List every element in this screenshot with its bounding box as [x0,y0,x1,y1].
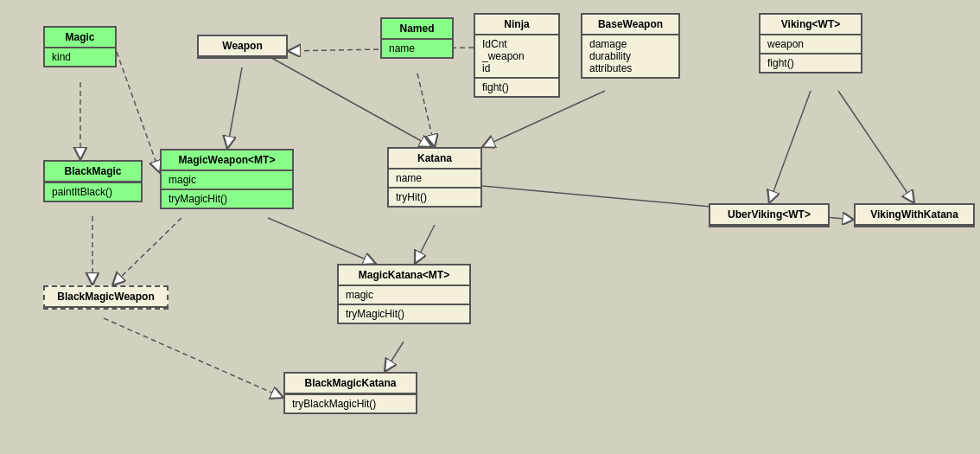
class-magicweapon: MagicWeapon<MT> magic tryMagicHit() [160,149,294,209]
class-magickatana-header: MagicKatana<MT> [339,265,469,286]
uml-diagram: Magic kind Weapon Named name Ninja IdCnt… [0,0,980,454]
class-blackmagickatana: BlackMagicKatana tryBlackMagicHit() [283,372,417,414]
class-ninja-attrs: IdCnt_weaponid [475,35,558,78]
svg-line-5 [769,91,811,203]
class-weapon-header: Weapon [199,36,286,57]
class-named-header: Named [382,19,452,40]
class-baseweapon-header: BaseWeapon [582,15,678,35]
class-magic: Magic kind [43,26,117,67]
svg-line-6 [838,91,914,203]
class-ninja-header: Ninja [475,15,558,35]
class-katana-header: Katana [389,149,480,169]
class-blackmagic-methods: paintItBlack() [45,182,141,201]
svg-line-11 [104,318,283,398]
svg-line-2 [259,51,432,147]
class-blackmagickatana-methods: tryBlackMagicHit() [285,394,416,412]
class-katana-attrs: name [389,169,480,188]
class-uberviking: UberViking<WT> [709,203,830,227]
class-viking-methods: fight() [760,54,861,72]
class-named: Named name [380,17,454,59]
svg-line-4 [482,91,605,147]
class-magickatana-attrs: magic [339,286,469,304]
class-blackmagic: BlackMagic paintItBlack() [43,160,143,202]
class-weapon: Weapon [197,35,288,59]
class-baseweapon-attrs: damagedurabilityattributes [582,35,678,77]
class-magic-header: Magic [45,28,115,48]
class-viking: Viking<WT> weapon fight() [759,13,862,74]
class-blackmagicweapon: BlackMagicWeapon [43,285,169,310]
svg-line-15 [117,52,160,173]
class-magic-attrs: kind [45,48,115,66]
class-blackmagic-header: BlackMagic [45,162,141,182]
class-vikingwithkatana-header: VikingWithKatana [856,205,973,226]
svg-line-10 [385,342,404,372]
svg-line-9 [415,225,435,264]
class-blackmagickatana-header: BlackMagicKatana [285,374,416,394]
svg-line-3 [417,74,435,147]
class-viking-header: Viking<WT> [760,15,861,35]
class-katana: Katana name tryHit() [387,147,482,208]
svg-line-1 [227,67,242,149]
svg-line-8 [268,218,376,264]
class-magicweapon-attrs: magic [162,171,292,189]
class-blackmagicweapon-header: BlackMagicWeapon [45,287,167,308]
class-uberviking-header: UberViking<WT> [710,205,828,226]
class-viking-attrs: weapon [760,35,861,54]
class-vikingwithkatana: VikingWithKatana [854,203,975,227]
class-named-attrs: name [382,40,452,57]
class-magicweapon-methods: tryMagicHit() [162,189,292,208]
svg-line-7 [112,218,181,285]
class-magickatana: MagicKatana<MT> magic tryMagicHit() [337,264,471,324]
class-katana-methods: tryHit() [389,188,480,206]
class-magicweapon-header: MagicWeapon<MT> [162,150,292,171]
class-ninja-methods: fight() [475,78,558,96]
class-baseweapon: BaseWeapon damagedurabilityattributes [581,13,680,79]
class-magickatana-methods: tryMagicHit() [339,304,469,323]
class-ninja: Ninja IdCnt_weaponid fight() [474,13,560,98]
